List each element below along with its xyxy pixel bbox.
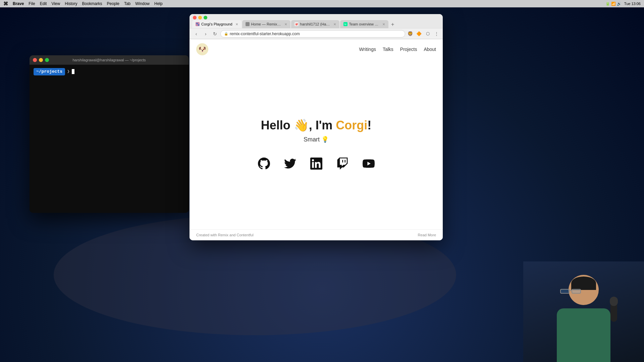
terminal-window: harshilagrawal@harshilagrawal — ~/projec… (30, 55, 189, 213)
browser-chrome: 🐾 Corgi's Playground ✕ Home — Remix Star… (190, 14, 443, 39)
browser-window: 🐾 Corgi's Playground ✕ Home — Remix Star… (190, 14, 443, 240)
hero-section: Hello 👋, I'm Corgi! Smart 💡 (190, 59, 443, 229)
microphone (610, 302, 617, 322)
ssl-lock-icon: 🔒 (224, 32, 228, 36)
terminal-prompt: ~/projects ❯ (34, 68, 185, 75)
app-name[interactable]: Brave (13, 1, 24, 6)
browser-toolbar: ‹ › ↻ 🔒 remix-contentful-starter.herokua… (190, 28, 443, 39)
browser-tab-2[interactable]: Home — Remix Starter [Video] — ... ✕ (242, 20, 290, 28)
brave-shield-icon[interactable]: 🦁 (407, 30, 414, 38)
footer-read-more[interactable]: Read More (418, 233, 436, 237)
tab-label-1: Corgi's Playground (201, 22, 232, 26)
terminal-minimize-button[interactable] (39, 58, 43, 62)
menubar-time: Tue 13:06 (624, 2, 641, 6)
tab-close-4[interactable]: ✕ (382, 22, 385, 26)
new-tab-button[interactable]: + (389, 21, 396, 28)
person-figure (543, 275, 624, 362)
terminal-path: ~/projects (34, 68, 65, 75)
tab-close-1[interactable]: ✕ (235, 22, 238, 26)
person-head (569, 275, 599, 305)
brave-rewards-icon[interactable]: 🔶 (415, 30, 423, 38)
menu-help[interactable]: Help (154, 1, 163, 6)
menubar-left: ⌘ Brave File Edit View History Bookmarks… (3, 1, 163, 6)
webcam-person (523, 261, 644, 362)
browser-minimize-button[interactable] (198, 16, 202, 19)
nav-writings[interactable]: Writings (359, 47, 376, 52)
hero-title: Hello 👋, I'm Corgi! (261, 118, 372, 132)
hero-subtitle: Smart 💡 (304, 136, 329, 143)
browser-close-button[interactable] (193, 16, 197, 19)
webcam-overlay (523, 261, 644, 362)
tab-favicon-3: 🐙 (294, 22, 299, 26)
menu-window[interactable]: Window (135, 1, 150, 6)
browser-maximize-button[interactable] (204, 16, 207, 19)
hero-name: Corgi (336, 118, 367, 132)
menu-edit[interactable]: Edit (40, 1, 47, 6)
site-navigation: 🐶 Writings Talks Projects About (190, 39, 443, 59)
browser-menu-icon[interactable]: ⋮ (433, 30, 440, 38)
browser-refresh-button[interactable]: ↻ (211, 30, 219, 38)
browser-tab-4[interactable]: N Team overview | Netlify ✕ (340, 20, 388, 28)
browser-back-button[interactable]: ‹ (192, 30, 200, 38)
menu-file[interactable]: File (29, 1, 35, 6)
menu-history[interactable]: History (65, 1, 77, 6)
terminal-close-button[interactable] (33, 58, 37, 62)
site-nav-links: Writings Talks Projects About (359, 47, 436, 52)
person-glasses (560, 289, 584, 294)
site-logo[interactable]: 🐶 (196, 43, 208, 55)
address-bar[interactable]: 🔒 remix-contentful-starter.herokuapp.com (220, 30, 405, 38)
browser-tab-active[interactable]: 🐾 Corgi's Playground ✕ (192, 20, 241, 28)
extensions-icon[interactable]: ⬡ (424, 30, 431, 38)
tab-favicon-1: 🐾 (196, 22, 200, 26)
nav-talks[interactable]: Talks (383, 47, 393, 52)
tab-favicon-4: N (343, 22, 347, 26)
terminal-title: harshilagrawal@harshilagrawal — ~/projec… (72, 58, 146, 62)
nav-projects[interactable]: Projects (400, 47, 417, 52)
menu-view[interactable]: View (51, 1, 60, 6)
terminal-cursor (72, 69, 74, 74)
url-text: remix-contentful-starter.herokuapp.com (230, 32, 300, 36)
tab-favicon-2 (246, 22, 250, 26)
tab-close-2[interactable]: ✕ (284, 22, 287, 26)
menu-people[interactable]: People (107, 1, 119, 6)
tab-label-3: harshil1712 (Harshil Agrawal) (300, 22, 330, 26)
apple-menu[interactable]: ⌘ (3, 1, 8, 6)
terminal-body[interactable]: ~/projects ❯ (30, 65, 189, 79)
browser-tabs: 🐾 Corgi's Playground ✕ Home — Remix Star… (190, 19, 443, 28)
twitch-icon[interactable] (335, 157, 350, 171)
tab-label-4: Team overview | Netlify (349, 22, 379, 26)
footer-left-text: Created with Remix and Contentful (196, 233, 254, 237)
browser-traffic-bar (190, 14, 443, 19)
hero-greeting: Hello 👋, I'm (261, 118, 336, 132)
menu-tab[interactable]: Tab (124, 1, 130, 6)
tab-close-3[interactable]: ✕ (333, 22, 336, 26)
linkedin-icon[interactable] (309, 157, 323, 171)
menubar-icons: 🔋 📶 🔊 (605, 2, 622, 6)
terminal-titlebar: harshilagrawal@harshilagrawal — ~/projec… (30, 55, 189, 65)
menubar-right: 🔋 📶 🔊 Tue 13:06 (605, 2, 641, 6)
menu-bookmarks[interactable]: Bookmarks (82, 1, 102, 6)
site-footer: Created with Remix and Contentful Read M… (190, 229, 443, 240)
tab-label-2: Home — Remix Starter [Video] — ... (251, 22, 281, 26)
menubar: ⌘ Brave File Edit View History Bookmarks… (0, 0, 644, 7)
social-icons-row (257, 157, 376, 171)
nav-about[interactable]: About (424, 47, 436, 52)
browser-content: 🐶 Writings Talks Projects About Hello 👋,… (190, 39, 443, 240)
terminal-window-controls (33, 58, 49, 62)
browser-forward-button[interactable]: › (202, 30, 210, 38)
browser-tab-3[interactable]: 🐙 harshil1712 (Harshil Agrawal) ✕ (291, 20, 339, 28)
github-icon[interactable] (257, 157, 271, 171)
twitter-icon[interactable] (283, 157, 297, 171)
terminal-arrow: ❯ (67, 68, 70, 75)
terminal-maximize-button[interactable] (45, 58, 49, 62)
person-body (557, 308, 610, 362)
browser-toolbar-right: 🦁 🔶 ⬡ ⋮ (407, 30, 440, 38)
hero-exclaim: ! (367, 118, 371, 132)
youtube-icon[interactable] (362, 157, 376, 171)
